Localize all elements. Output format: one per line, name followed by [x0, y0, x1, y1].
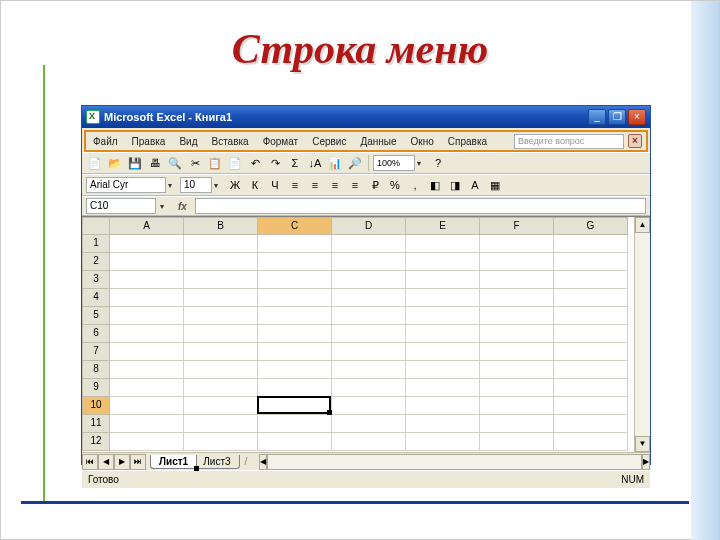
close-button[interactable]: × — [628, 109, 646, 125]
select-all-corner[interactable] — [82, 217, 110, 235]
cell[interactable] — [406, 361, 480, 379]
col-header-G[interactable]: G — [554, 217, 628, 235]
fmt-btn-3[interactable]: ≡ — [286, 176, 304, 194]
col-header-D[interactable]: D — [332, 217, 406, 235]
std-btn-13[interactable]: 🔎 — [346, 154, 364, 172]
fmt-btn-6[interactable]: ≡ — [346, 176, 364, 194]
menu-item-сервис[interactable]: Сервис — [309, 135, 349, 148]
cell[interactable] — [258, 307, 332, 325]
sheet-tab-Лист3[interactable]: Лист3 — [194, 455, 239, 469]
row-header-2[interactable]: 2 — [82, 253, 110, 271]
row-header-3[interactable]: 3 — [82, 271, 110, 289]
cell[interactable] — [406, 397, 480, 415]
cell[interactable] — [258, 433, 332, 451]
row-header-1[interactable]: 1 — [82, 235, 110, 253]
cell[interactable] — [184, 343, 258, 361]
cell[interactable] — [110, 289, 184, 307]
ask-question-box[interactable]: Введите вопрос — [514, 134, 624, 149]
cell[interactable] — [258, 343, 332, 361]
std-btn-7[interactable]: 📄 — [226, 154, 244, 172]
scroll-track[interactable] — [635, 233, 650, 436]
row-header-10[interactable]: 10 — [82, 397, 110, 415]
menu-item-вид[interactable]: Вид — [176, 135, 200, 148]
std-btn-10[interactable]: Σ — [286, 154, 304, 172]
std-btn-5[interactable]: ✂ — [186, 154, 204, 172]
menu-item-справка[interactable]: Справка — [445, 135, 490, 148]
std-btn-1[interactable]: 📂 — [106, 154, 124, 172]
cell[interactable] — [184, 235, 258, 253]
fx-icon[interactable]: fx — [174, 201, 191, 212]
fmt-btn-4[interactable]: ≡ — [306, 176, 324, 194]
scroll-up-button[interactable]: ▲ — [635, 217, 650, 233]
cell[interactable] — [332, 379, 406, 397]
std-btn-8[interactable]: ↶ — [246, 154, 264, 172]
cell[interactable] — [480, 379, 554, 397]
cell[interactable] — [110, 361, 184, 379]
sheet-nav-1[interactable]: ◀ — [98, 454, 114, 470]
cell[interactable] — [184, 307, 258, 325]
fmt-btn-7[interactable]: ₽ — [366, 176, 384, 194]
cell[interactable] — [184, 289, 258, 307]
cell[interactable] — [184, 253, 258, 271]
cell[interactable] — [332, 415, 406, 433]
sheet-nav-0[interactable]: ⏮ — [82, 454, 98, 470]
cell[interactable] — [184, 397, 258, 415]
cell[interactable] — [554, 379, 628, 397]
cell[interactable] — [480, 361, 554, 379]
std-btn-3[interactable]: 🖶 — [146, 154, 164, 172]
cell[interactable] — [480, 415, 554, 433]
fmt-btn-10[interactable]: ◧ — [426, 176, 444, 194]
cell[interactable] — [480, 289, 554, 307]
cell[interactable] — [332, 271, 406, 289]
row-header-9[interactable]: 9 — [82, 379, 110, 397]
dropdown-icon[interactable]: ▾ — [214, 181, 224, 190]
cell[interactable] — [406, 433, 480, 451]
fmt-btn-8[interactable]: % — [386, 176, 404, 194]
cell[interactable] — [554, 307, 628, 325]
cell[interactable] — [554, 235, 628, 253]
cell[interactable] — [258, 397, 332, 415]
fmt-btn-12[interactable]: A — [466, 176, 484, 194]
col-header-F[interactable]: F — [480, 217, 554, 235]
cell[interactable] — [184, 433, 258, 451]
titlebar[interactable]: Microsoft Excel - Книга1 _ ❐ × — [82, 106, 650, 128]
col-header-B[interactable]: B — [184, 217, 258, 235]
fmt-btn-13[interactable]: ▦ — [486, 176, 504, 194]
cell[interactable] — [258, 361, 332, 379]
cell[interactable] — [332, 361, 406, 379]
cell[interactable] — [184, 415, 258, 433]
cell[interactable] — [406, 271, 480, 289]
cell[interactable] — [184, 379, 258, 397]
cell[interactable] — [554, 271, 628, 289]
cell[interactable] — [480, 271, 554, 289]
cell[interactable] — [554, 397, 628, 415]
cell[interactable] — [258, 379, 332, 397]
cell[interactable] — [110, 379, 184, 397]
zoom-select[interactable]: 100% — [373, 155, 415, 171]
scroll-track[interactable] — [267, 454, 642, 470]
col-header-A[interactable]: A — [110, 217, 184, 235]
cell[interactable] — [332, 307, 406, 325]
row-header-4[interactable]: 4 — [82, 289, 110, 307]
cell[interactable] — [184, 325, 258, 343]
cell[interactable] — [258, 235, 332, 253]
cell[interactable] — [258, 415, 332, 433]
cell[interactable] — [406, 325, 480, 343]
cell[interactable] — [406, 235, 480, 253]
cell[interactable] — [332, 325, 406, 343]
fmt-btn-9[interactable]: , — [406, 176, 424, 194]
sheet-nav-2[interactable]: ▶ — [114, 454, 130, 470]
maximize-button[interactable]: ❐ — [608, 109, 626, 125]
cell[interactable] — [110, 343, 184, 361]
std-btn-0[interactable]: 📄 — [86, 154, 104, 172]
menu-item-окно[interactable]: Окно — [408, 135, 437, 148]
fmt-btn-0[interactable]: Ж — [226, 176, 244, 194]
dropdown-icon[interactable]: ▾ — [160, 202, 170, 211]
cell[interactable] — [480, 307, 554, 325]
cell[interactable] — [406, 343, 480, 361]
row-header-5[interactable]: 5 — [82, 307, 110, 325]
formula-input[interactable] — [195, 198, 646, 214]
std-btn-4[interactable]: 🔍 — [166, 154, 184, 172]
cell[interactable] — [110, 415, 184, 433]
col-header-E[interactable]: E — [406, 217, 480, 235]
